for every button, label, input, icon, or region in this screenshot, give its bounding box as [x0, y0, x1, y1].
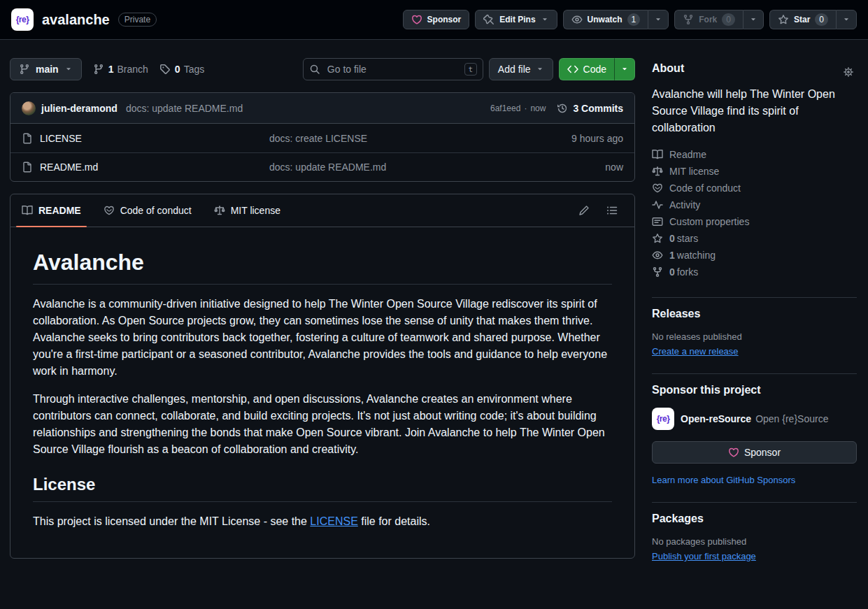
tags-link[interactable]: 0 Tags — [159, 64, 204, 75]
commit-sha-time[interactable]: 6af1eed · now — [490, 103, 546, 113]
owner-avatar[interactable]: {re} — [11, 8, 34, 31]
files-table: julien-deramond docs: update README.md 6… — [10, 92, 635, 182]
sponsor-button[interactable]: Sponsor — [403, 10, 470, 29]
book-icon — [652, 149, 663, 160]
tab-mit-license[interactable]: MIT license — [203, 194, 292, 227]
license-heading: License — [33, 475, 612, 502]
unwatch-button[interactable]: Unwatch 1 — [563, 10, 648, 29]
owner-logo-text: {re} — [16, 15, 29, 24]
caret-down-icon — [620, 65, 629, 73]
sponsor-button-label: Sponsor — [744, 447, 781, 458]
commit-author[interactable]: julien-deramond — [41, 103, 118, 114]
sidebar: About Avalanche will help The Winter Ope… — [652, 58, 857, 578]
star-button[interactable]: Star 0 — [769, 10, 836, 29]
readme-title: Avalanche — [33, 250, 612, 285]
go-to-file-input[interactable] — [326, 63, 459, 76]
caret-down-icon — [749, 15, 757, 24]
about-heading: About — [652, 62, 857, 75]
sidebar-item-label: Activity — [669, 199, 700, 210]
code-of-conduct-icon — [652, 182, 663, 194]
code-icon — [567, 64, 578, 75]
tab-code-of-conduct[interactable]: Code of conduct — [92, 194, 203, 227]
packages-empty-text: No packages published — [652, 536, 857, 547]
search-icon — [309, 64, 320, 75]
fork-icon — [652, 266, 663, 278]
watch-button-group: Unwatch 1 — [563, 10, 669, 29]
publish-package-link[interactable]: Publish your first package — [652, 551, 756, 561]
readme-paragraph: Through interactive challenges, mentorsh… — [33, 391, 612, 458]
sidebar-item-stars[interactable]: 0stars — [652, 230, 857, 247]
repo-header: {re} avalanche Private Sponsor Edit Pins… — [0, 0, 868, 40]
commit-meta: 6af1eed · now 3 Commits — [490, 103, 623, 114]
pencil-icon — [578, 205, 590, 216]
caret-down-icon — [541, 15, 549, 24]
releases-section: Releases No releases published Create a … — [652, 298, 857, 374]
sponsor-org-name[interactable]: Open-reSource — [681, 413, 751, 424]
commit-message[interactable]: docs: update README.md — [126, 103, 243, 114]
sidebar-item-code-of-conduct[interactable]: Code of conduct — [652, 180, 857, 196]
license-paragraph: This project is licensed under the MIT L… — [33, 513, 612, 530]
commits-count-label: 3 Commits — [573, 103, 623, 114]
packages-section: Packages No packages published Publish y… — [652, 503, 857, 578]
file-commit-message[interactable]: docs: create LICENSE — [269, 133, 564, 144]
add-file-button[interactable]: Add file — [489, 58, 553, 80]
pin-icon — [483, 14, 495, 25]
sponsor-org-avatar[interactable]: {re} — [652, 408, 674, 430]
page-body: main 1 Branch 0 Tags t Add file — [0, 40, 868, 578]
sidebar-item-license[interactable]: MIT license — [652, 163, 857, 180]
watching-count: 1 — [669, 250, 675, 261]
separator-dot: · — [524, 103, 527, 113]
fork-dropdown-button[interactable] — [743, 10, 764, 29]
outline-list-icon — [606, 205, 618, 216]
branch-selector[interactable]: main — [10, 58, 82, 80]
sidebar-item-text: 0forks — [669, 266, 698, 278]
git-branch-icon — [93, 64, 104, 75]
outline-button[interactable] — [601, 199, 623, 222]
code-button-group: Code — [559, 58, 635, 80]
main-column: main 1 Branch 0 Tags t Add file — [10, 58, 635, 578]
commit-history-link[interactable]: 3 Commits — [557, 103, 623, 114]
tags-count: 0 — [175, 64, 180, 75]
sidebar-item-label: Custom properties — [669, 216, 749, 227]
sidebar-item-activity[interactable]: Activity — [652, 196, 857, 213]
license-file-link[interactable]: LICENSE — [310, 515, 357, 527]
tag-icon — [159, 64, 171, 75]
packages-heading: Packages — [652, 513, 857, 525]
create-release-link[interactable]: Create a new release — [652, 346, 739, 357]
repo-title[interactable]: avalanche — [42, 12, 110, 28]
readme-tools — [573, 199, 623, 222]
license-text-before: This project is licensed under the MIT L… — [33, 515, 310, 527]
sidebar-item-label: Readme — [669, 149, 706, 160]
learn-more-sponsors-link[interactable]: Learn more about GitHub Sponsors — [652, 475, 795, 485]
branches-link[interactable]: 1 Branch — [93, 64, 148, 75]
file-name-link[interactable]: LICENSE — [40, 133, 262, 144]
go-to-file-box: t — [303, 58, 483, 80]
branches-count: 1 — [108, 64, 114, 75]
forks-count: 0 — [669, 266, 675, 278]
edit-repo-details-button[interactable] — [840, 64, 857, 80]
code-button[interactable]: Code — [559, 58, 614, 80]
sidebar-item-watching[interactable]: 1watching — [652, 247, 857, 264]
table-row: LICENSE docs: create LICENSE 9 hours ago — [10, 124, 634, 152]
file-icon — [22, 133, 33, 144]
sidebar-item-readme[interactable]: Readme — [652, 146, 857, 163]
heart-icon — [728, 447, 739, 458]
tab-readme[interactable]: README — [10, 194, 92, 227]
file-commit-message[interactable]: docs: update README.md — [269, 162, 598, 173]
sidebar-item-custom-properties[interactable]: Custom properties — [652, 213, 857, 230]
git-branch-icon — [19, 64, 30, 75]
about-section: About Avalanche will help The Winter Ope… — [652, 62, 857, 298]
caret-down-icon — [536, 65, 544, 73]
star-dropdown-button[interactable] — [836, 10, 857, 29]
stars-count: 0 — [669, 233, 675, 244]
commit-author-avatar[interactable] — [22, 101, 36, 115]
code-dropdown-button[interactable] — [614, 58, 635, 80]
watch-dropdown-button[interactable] — [648, 10, 669, 29]
table-row: README.md docs: update README.md now — [10, 152, 634, 181]
sponsor-project-button[interactable]: Sponsor — [652, 441, 857, 464]
sidebar-item-forks[interactable]: 0forks — [652, 264, 857, 280]
edit-readme-button[interactable] — [573, 199, 595, 222]
note-icon — [652, 216, 663, 227]
edit-pins-button[interactable]: Edit Pins — [475, 10, 557, 29]
file-name-link[interactable]: README.md — [40, 162, 262, 173]
